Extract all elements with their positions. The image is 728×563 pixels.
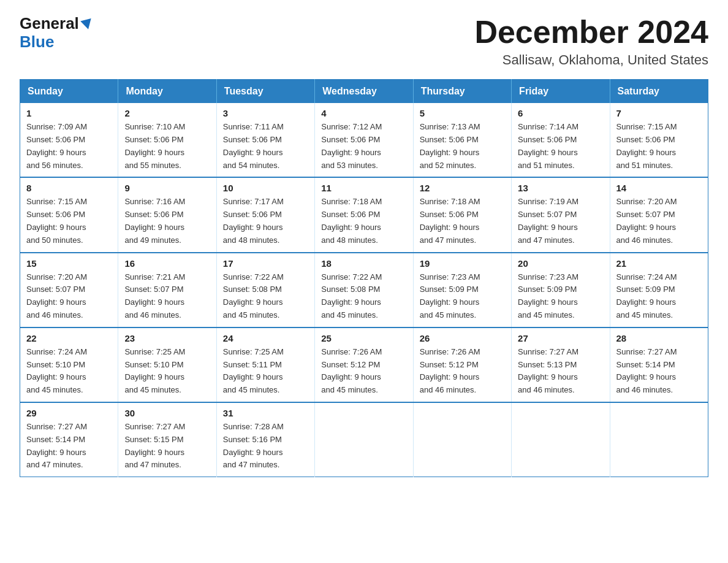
- day-info: Sunrise: 7:26 AM Sunset: 5:12 PM Dayligh…: [321, 346, 406, 397]
- weekday-header-thursday: Thursday: [413, 80, 511, 104]
- day-number: 12: [420, 183, 505, 193]
- day-info: Sunrise: 7:24 AM Sunset: 5:10 PM Dayligh…: [26, 346, 112, 397]
- day-info: Sunrise: 7:18 AM Sunset: 5:06 PM Dayligh…: [321, 196, 406, 247]
- calendar-week-row: 8 Sunrise: 7:15 AM Sunset: 5:06 PM Dayli…: [20, 177, 708, 252]
- logo-triangle-icon: [80, 18, 94, 31]
- day-number: 31: [223, 408, 308, 418]
- calendar-cell: 29 Sunrise: 7:27 AM Sunset: 5:14 PM Dayl…: [20, 402, 118, 477]
- day-info: Sunrise: 7:16 AM Sunset: 5:06 PM Dayligh…: [124, 196, 210, 247]
- calendar-cell: 4 Sunrise: 7:12 AM Sunset: 5:06 PM Dayli…: [315, 103, 413, 177]
- day-info: Sunrise: 7:27 AM Sunset: 5:13 PM Dayligh…: [518, 346, 603, 397]
- day-info: Sunrise: 7:22 AM Sunset: 5:08 PM Dayligh…: [321, 271, 406, 322]
- day-info: Sunrise: 7:09 AM Sunset: 5:06 PM Dayligh…: [26, 121, 112, 172]
- day-number: 1: [26, 108, 112, 118]
- calendar-cell: 12 Sunrise: 7:18 AM Sunset: 5:06 PM Dayl…: [413, 177, 511, 252]
- day-info: Sunrise: 7:15 AM Sunset: 5:06 PM Dayligh…: [616, 121, 702, 172]
- day-info: Sunrise: 7:14 AM Sunset: 5:06 PM Dayligh…: [518, 121, 603, 172]
- title-area: December 2024 Sallisaw, Oklahoma, United…: [474, 15, 708, 68]
- calendar-cell: 24 Sunrise: 7:25 AM Sunset: 5:11 PM Dayl…: [216, 327, 314, 402]
- day-info: Sunrise: 7:25 AM Sunset: 5:11 PM Dayligh…: [223, 346, 308, 397]
- day-number: 3: [223, 108, 308, 118]
- calendar-cell: 9 Sunrise: 7:16 AM Sunset: 5:06 PM Dayli…: [118, 177, 216, 252]
- calendar-cell: 7 Sunrise: 7:15 AM Sunset: 5:06 PM Dayli…: [610, 103, 708, 177]
- day-info: Sunrise: 7:10 AM Sunset: 5:06 PM Dayligh…: [124, 121, 210, 172]
- location-title: Sallisaw, Oklahoma, United States: [474, 52, 708, 68]
- weekday-header-wednesday: Wednesday: [315, 80, 413, 104]
- day-info: Sunrise: 7:15 AM Sunset: 5:06 PM Dayligh…: [26, 196, 112, 247]
- day-info: Sunrise: 7:25 AM Sunset: 5:10 PM Dayligh…: [124, 346, 210, 397]
- day-number: 18: [321, 258, 406, 269]
- calendar-cell: 18 Sunrise: 7:22 AM Sunset: 5:08 PM Dayl…: [315, 253, 413, 327]
- calendar-cell: 3 Sunrise: 7:11 AM Sunset: 5:06 PM Dayli…: [216, 103, 314, 177]
- calendar-cell: [512, 402, 610, 477]
- calendar-cell: [315, 402, 413, 477]
- day-number: 26: [420, 333, 505, 343]
- day-info: Sunrise: 7:27 AM Sunset: 5:14 PM Dayligh…: [26, 421, 112, 472]
- calendar-cell: 23 Sunrise: 7:25 AM Sunset: 5:10 PM Dayl…: [118, 327, 216, 402]
- logo: General Blue: [20, 15, 93, 52]
- weekday-header-monday: Monday: [118, 80, 216, 104]
- day-info: Sunrise: 7:28 AM Sunset: 5:16 PM Dayligh…: [223, 421, 308, 472]
- day-info: Sunrise: 7:26 AM Sunset: 5:12 PM Dayligh…: [420, 346, 505, 397]
- calendar-cell: 10 Sunrise: 7:17 AM Sunset: 5:06 PM Dayl…: [216, 177, 314, 252]
- calendar-cell: 6 Sunrise: 7:14 AM Sunset: 5:06 PM Dayli…: [512, 103, 610, 177]
- calendar-table: SundayMondayTuesdayWednesdayThursdayFrid…: [20, 79, 708, 477]
- calendar-cell: 22 Sunrise: 7:24 AM Sunset: 5:10 PM Dayl…: [20, 327, 118, 402]
- day-number: 20: [518, 258, 603, 269]
- day-info: Sunrise: 7:27 AM Sunset: 5:15 PM Dayligh…: [124, 421, 210, 472]
- calendar-cell: 21 Sunrise: 7:24 AM Sunset: 5:09 PM Dayl…: [610, 253, 708, 327]
- logo-blue: Blue: [20, 33, 54, 52]
- calendar-cell: 31 Sunrise: 7:28 AM Sunset: 5:16 PM Dayl…: [216, 402, 314, 477]
- day-number: 9: [124, 183, 210, 193]
- day-info: Sunrise: 7:12 AM Sunset: 5:06 PM Dayligh…: [321, 121, 406, 172]
- header: General Blue December 2024 Sallisaw, Okl…: [20, 15, 708, 68]
- calendar-cell: 30 Sunrise: 7:27 AM Sunset: 5:15 PM Dayl…: [118, 402, 216, 477]
- day-info: Sunrise: 7:20 AM Sunset: 5:07 PM Dayligh…: [26, 271, 112, 322]
- calendar-cell: 1 Sunrise: 7:09 AM Sunset: 5:06 PM Dayli…: [20, 103, 118, 177]
- day-number: 24: [223, 333, 308, 343]
- day-info: Sunrise: 7:23 AM Sunset: 5:09 PM Dayligh…: [420, 271, 505, 322]
- day-number: 25: [321, 333, 406, 343]
- calendar-cell: 27 Sunrise: 7:27 AM Sunset: 5:13 PM Dayl…: [512, 327, 610, 402]
- day-number: 8: [26, 183, 112, 193]
- calendar-cell: 17 Sunrise: 7:22 AM Sunset: 5:08 PM Dayl…: [216, 253, 314, 327]
- day-info: Sunrise: 7:19 AM Sunset: 5:07 PM Dayligh…: [518, 196, 603, 247]
- day-number: 17: [223, 258, 308, 269]
- day-number: 22: [26, 333, 112, 343]
- day-number: 5: [420, 108, 505, 118]
- calendar-week-row: 1 Sunrise: 7:09 AM Sunset: 5:06 PM Dayli…: [20, 103, 708, 177]
- day-number: 13: [518, 183, 603, 193]
- day-info: Sunrise: 7:18 AM Sunset: 5:06 PM Dayligh…: [420, 196, 505, 247]
- weekday-header-row: SundayMondayTuesdayWednesdayThursdayFrid…: [20, 80, 708, 104]
- day-number: 4: [321, 108, 406, 118]
- calendar-cell: 25 Sunrise: 7:26 AM Sunset: 5:12 PM Dayl…: [315, 327, 413, 402]
- day-info: Sunrise: 7:24 AM Sunset: 5:09 PM Dayligh…: [616, 271, 702, 322]
- day-number: 2: [124, 108, 210, 118]
- calendar-cell: 5 Sunrise: 7:13 AM Sunset: 5:06 PM Dayli…: [413, 103, 511, 177]
- calendar-cell: 8 Sunrise: 7:15 AM Sunset: 5:06 PM Dayli…: [20, 177, 118, 252]
- day-number: 6: [518, 108, 603, 118]
- month-title: December 2024: [474, 15, 708, 50]
- weekday-header-tuesday: Tuesday: [216, 80, 314, 104]
- calendar-cell: 15 Sunrise: 7:20 AM Sunset: 5:07 PM Dayl…: [20, 253, 118, 327]
- day-number: 23: [124, 333, 210, 343]
- calendar-cell: 13 Sunrise: 7:19 AM Sunset: 5:07 PM Dayl…: [512, 177, 610, 252]
- calendar-cell: 26 Sunrise: 7:26 AM Sunset: 5:12 PM Dayl…: [413, 327, 511, 402]
- day-number: 15: [26, 258, 112, 269]
- day-info: Sunrise: 7:13 AM Sunset: 5:06 PM Dayligh…: [420, 121, 505, 172]
- day-number: 16: [124, 258, 210, 269]
- calendar-week-row: 29 Sunrise: 7:27 AM Sunset: 5:14 PM Dayl…: [20, 402, 708, 477]
- calendar-cell: 16 Sunrise: 7:21 AM Sunset: 5:07 PM Dayl…: [118, 253, 216, 327]
- day-number: 14: [616, 183, 702, 193]
- day-info: Sunrise: 7:11 AM Sunset: 5:06 PM Dayligh…: [223, 121, 308, 172]
- weekday-header-friday: Friday: [512, 80, 610, 104]
- logo-general: General: [20, 15, 79, 33]
- day-number: 11: [321, 183, 406, 193]
- calendar-week-row: 22 Sunrise: 7:24 AM Sunset: 5:10 PM Dayl…: [20, 327, 708, 402]
- day-number: 29: [26, 408, 112, 418]
- calendar-week-row: 15 Sunrise: 7:20 AM Sunset: 5:07 PM Dayl…: [20, 253, 708, 327]
- calendar-cell: 14 Sunrise: 7:20 AM Sunset: 5:07 PM Dayl…: [610, 177, 708, 252]
- calendar-cell: [610, 402, 708, 477]
- day-info: Sunrise: 7:21 AM Sunset: 5:07 PM Dayligh…: [124, 271, 210, 322]
- day-info: Sunrise: 7:20 AM Sunset: 5:07 PM Dayligh…: [616, 196, 702, 247]
